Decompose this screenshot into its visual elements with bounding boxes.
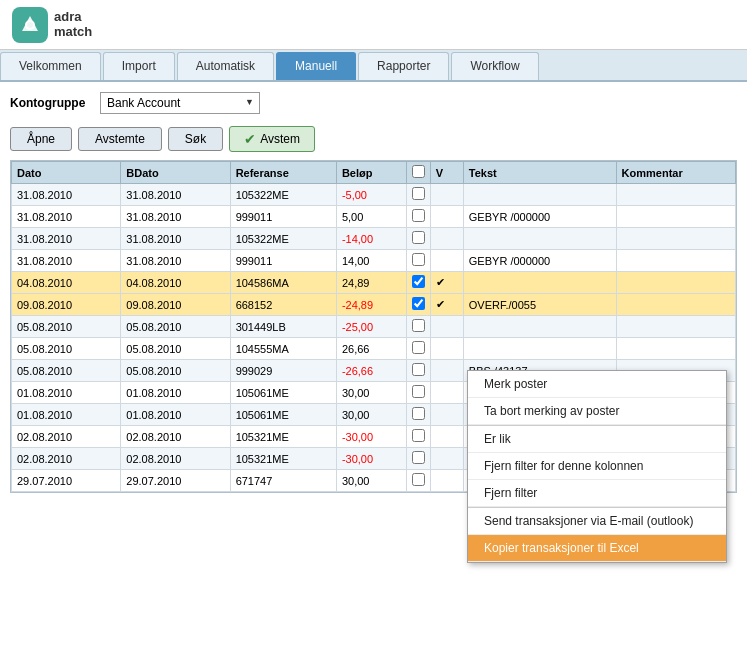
check-icon: ✔ [244, 131, 256, 147]
cell-v [430, 426, 463, 448]
cell-v [430, 206, 463, 228]
table-row: 05.08.201005.08.2010301449LB-25,00 [12, 316, 736, 338]
sok-button[interactable]: Søk [168, 127, 223, 151]
logo-text: adra match [54, 10, 92, 39]
cell-checkbox [406, 294, 430, 316]
cell-belop: 24,89 [336, 272, 406, 294]
cell-checkbox [406, 360, 430, 382]
col-kommentar: Kommentar [616, 162, 735, 184]
table-header-row: Dato BDato Referanse Beløp V Tekst Komme… [12, 162, 736, 184]
header-checkbox[interactable] [412, 165, 425, 178]
row-checkbox[interactable] [412, 341, 425, 354]
table-container: Dato BDato Referanse Beløp V Tekst Komme… [10, 160, 737, 493]
cell-checkbox [406, 338, 430, 360]
logo-icon [12, 7, 48, 43]
cell-dato: 09.08.2010 [12, 294, 121, 316]
tab-manuell[interactable]: Manuell [276, 52, 356, 80]
table-row: 31.08.201031.08.201099901114,00GEBYR /00… [12, 250, 736, 272]
avstem-button[interactable]: ✔ Avstem [229, 126, 315, 152]
cell-belop: 30,00 [336, 404, 406, 426]
cell-kommentar [616, 272, 735, 294]
cell-bdato: 05.08.2010 [121, 360, 230, 382]
tab-bar: Velkommen Import Automatisk Manuell Rapp… [0, 50, 747, 82]
table-row: 31.08.201031.08.20109990115,00GEBYR /000… [12, 206, 736, 228]
kontogruppe-select[interactable]: Bank Account [100, 92, 260, 114]
cell-checkbox [406, 404, 430, 426]
tab-automatisk[interactable]: Automatisk [177, 52, 274, 80]
cell-checkbox [406, 250, 430, 272]
cell-bdato: 04.08.2010 [121, 272, 230, 294]
tab-import[interactable]: Import [103, 52, 175, 80]
cell-referanse: 105322ME [230, 184, 336, 206]
context-menu-item[interactable]: Er lik [468, 426, 726, 453]
row-checkbox[interactable] [412, 231, 425, 244]
cell-checkbox [406, 272, 430, 294]
cell-bdato: 05.08.2010 [121, 316, 230, 338]
toolbar: Åpne Avstemte Søk ✔ Avstem [10, 126, 737, 152]
row-checkbox[interactable] [412, 209, 425, 222]
cell-checkbox [406, 470, 430, 492]
context-menu-item[interactable]: Fjern filter for denne kolonnen [468, 453, 726, 480]
row-checkbox[interactable] [412, 275, 425, 288]
cell-kommentar [616, 338, 735, 360]
cell-dato: 04.08.2010 [12, 272, 121, 294]
row-checkbox[interactable] [412, 187, 425, 200]
cell-bdato: 01.08.2010 [121, 382, 230, 404]
cell-kommentar [616, 294, 735, 316]
row-checkbox[interactable] [412, 363, 425, 376]
tab-workflow[interactable]: Workflow [451, 52, 538, 80]
cell-dato: 29.07.2010 [12, 470, 121, 492]
row-checkbox[interactable] [412, 407, 425, 420]
context-menu-item[interactable]: Kopier transaksjoner til Excel [468, 535, 726, 562]
cell-referanse: 668152 [230, 294, 336, 316]
cell-referanse: 999029 [230, 360, 336, 382]
cell-referanse: 999011 [230, 250, 336, 272]
tab-velkommen[interactable]: Velkommen [0, 52, 101, 80]
col-referanse: Referanse [230, 162, 336, 184]
cell-v [430, 360, 463, 382]
cell-tekst [463, 338, 616, 360]
cell-bdato: 02.08.2010 [121, 426, 230, 448]
cell-bdato: 31.08.2010 [121, 184, 230, 206]
context-menu-item[interactable]: Ta bort merking av poster [468, 398, 726, 425]
cell-belop: 30,00 [336, 382, 406, 404]
kontogruppe-label: Kontogruppe [10, 96, 90, 110]
tab-rapporter[interactable]: Rapporter [358, 52, 449, 80]
apne-button[interactable]: Åpne [10, 127, 72, 151]
cell-referanse: 999011 [230, 206, 336, 228]
cell-tekst [463, 184, 616, 206]
row-checkbox[interactable] [412, 297, 425, 310]
cell-referanse: 671747 [230, 470, 336, 492]
row-checkbox[interactable] [412, 253, 425, 266]
cell-dato: 31.08.2010 [12, 228, 121, 250]
cell-v [430, 404, 463, 426]
row-checkbox[interactable] [412, 319, 425, 332]
header: adra match [0, 0, 747, 50]
cell-checkbox [406, 206, 430, 228]
row-checkbox[interactable] [412, 451, 425, 464]
content-area: Kontogruppe Bank Account Åpne Avstemte S… [0, 82, 747, 645]
cell-bdato: 31.08.2010 [121, 250, 230, 272]
cell-dato: 01.08.2010 [12, 382, 121, 404]
cell-checkbox [406, 228, 430, 250]
cell-belop: -26,66 [336, 360, 406, 382]
row-checkbox[interactable] [412, 473, 425, 486]
cell-referanse: 105061ME [230, 404, 336, 426]
col-tekst: Tekst [463, 162, 616, 184]
cell-v: ✔ [430, 272, 463, 294]
cell-dato: 02.08.2010 [12, 426, 121, 448]
cell-kommentar [616, 206, 735, 228]
avstemte-button[interactable]: Avstemte [78, 127, 162, 151]
row-checkbox[interactable] [412, 385, 425, 398]
context-menu-item[interactable]: Merk poster [468, 371, 726, 398]
context-menu-item[interactable]: Fjern filter [468, 480, 726, 507]
cell-v [430, 470, 463, 492]
cell-kommentar [616, 184, 735, 206]
cell-v [430, 250, 463, 272]
cell-belop: -5,00 [336, 184, 406, 206]
context-menu-item[interactable]: Send transaksjoner via E-mail (outlook) [468, 508, 726, 535]
cell-v [430, 448, 463, 470]
row-checkbox[interactable] [412, 429, 425, 442]
cell-referanse: 301449LB [230, 316, 336, 338]
table-row: 05.08.201005.08.2010104555MA26,66 [12, 338, 736, 360]
